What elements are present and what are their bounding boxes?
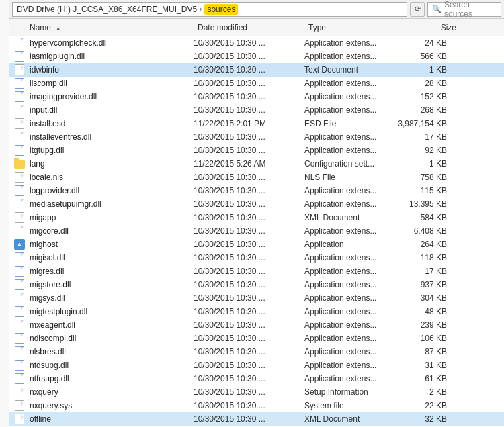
- table-row[interactable]: migapp10/30/2015 10:30 ...XML Document58…: [9, 211, 504, 224]
- table-row[interactable]: itgtupg.dll10/30/2015 10:30 ...Applicati…: [9, 144, 504, 157]
- cell-size: 566 KB: [392, 52, 452, 61]
- cell-type: XML Document: [304, 414, 392, 424]
- cell-name: migisol.dll: [30, 253, 194, 263]
- cell-type: Application extens...: [304, 361, 392, 370]
- table-row[interactable]: migres.dll10/30/2015 10:30 ...Applicatio…: [9, 265, 504, 278]
- file-icon: [13, 399, 26, 412]
- cell-date: 10/30/2015 10:30 ...: [194, 146, 304, 155]
- table-row[interactable]: logprovider.dll10/30/2015 10:30 ...Appli…: [9, 184, 504, 197]
- table-row[interactable]: migtestplugin.dll10/30/2015 10:30 ...App…: [9, 305, 504, 318]
- col-header-type[interactable]: Type: [308, 23, 396, 32]
- cell-size: 115 KB: [392, 186, 452, 195]
- file-icon: [13, 279, 26, 291]
- table-row[interactable]: imagingprovider.dll10/30/2015 10:30 ...A…: [9, 90, 504, 103]
- cell-type: Application extens...: [304, 280, 392, 289]
- address-bar[interactable]: DVD Drive (H:) J_CCSA_X86_X64FRE_MUI_DV5…: [12, 2, 407, 17]
- table-row[interactable]: lang11/22/2015 5:26 AMConfiguration sett…: [9, 157, 504, 171]
- table-row[interactable]: idwbinfo10/30/2015 10:30 ...Text Documen…: [9, 63, 504, 77]
- cell-date: 10/30/2015 10:30 ...: [194, 213, 304, 222]
- cell-date: 10/30/2015 10:30 ...: [194, 105, 304, 115]
- col-header-date[interactable]: Date modified: [198, 23, 308, 32]
- refresh-button[interactable]: ⟳: [410, 2, 425, 17]
- cell-date: 10/30/2015 10:30 ...: [194, 280, 304, 289]
- cell-size: 17 KB: [392, 132, 452, 142]
- table-row[interactable]: nlsbres.dll10/30/2015 10:30 ...Applicati…: [9, 345, 504, 359]
- file-icon: [13, 413, 26, 425]
- file-icon: [13, 77, 26, 89]
- table-row[interactable]: iiscomp.dll10/30/2015 10:30 ...Applicati…: [9, 77, 504, 90]
- table-row[interactable]: ntdsupg.dll10/30/2015 10:30 ...Applicati…: [9, 359, 504, 372]
- cell-size: 32 KB: [392, 414, 452, 424]
- table-row[interactable]: install.esd11/22/2015 2:01 PMESD File3,9…: [9, 117, 504, 130]
- cell-name: iiscomp.dll: [30, 79, 194, 88]
- cell-name: migapp: [30, 213, 194, 222]
- toolbar: DVD Drive (H:) J_CCSA_X86_X64FRE_MUI_DV5…: [9, 0, 504, 19]
- file-icon: [13, 131, 26, 143]
- file-icon: [13, 117, 26, 130]
- search-placeholder: Search sources: [444, 0, 497, 19]
- cell-date: 10/30/2015 10:30 ...: [194, 374, 304, 383]
- cell-date: 10/30/2015 10:30 ...: [194, 199, 304, 209]
- table-row[interactable]: installeventres.dll10/30/2015 10:30 ...A…: [9, 130, 504, 144]
- table-row[interactable]: Amighost10/30/2015 10:30 ...Application2…: [9, 238, 504, 251]
- cell-name: migsys.dll: [30, 293, 194, 303]
- table-row[interactable]: iasmigplugin.dll10/30/2015 10:30 ...Appl…: [9, 50, 504, 63]
- cell-date: 10/30/2015 10:30 ...: [194, 387, 304, 397]
- table-row[interactable]: migcore.dll10/30/2015 10:30 ...Applicati…: [9, 224, 504, 238]
- cell-size: 87 KB: [392, 347, 452, 357]
- table-row[interactable]: ndiscompl.dll10/30/2015 10:30 ...Applica…: [9, 332, 504, 345]
- cell-date: 10/30/2015 10:30 ...: [194, 92, 304, 101]
- cell-date: 10/30/2015 10:30 ...: [194, 186, 304, 195]
- cell-name: idwbinfo: [30, 65, 194, 75]
- cell-date: 10/30/2015 10:30 ...: [194, 307, 304, 316]
- cell-type: Application extens...: [304, 320, 392, 330]
- table-row[interactable]: migisol.dll10/30/2015 10:30 ...Applicati…: [9, 251, 504, 265]
- cell-type: Application extens...: [304, 132, 392, 142]
- cell-size: 937 KB: [392, 280, 452, 289]
- file-icon: [13, 91, 26, 103]
- search-icon: 🔍: [432, 5, 442, 13]
- cell-name: offline: [30, 414, 194, 424]
- search-box[interactable]: 🔍 Search sources: [427, 2, 501, 17]
- cell-name: logprovider.dll: [30, 186, 194, 195]
- cell-name: imagingprovider.dll: [30, 92, 194, 101]
- column-headers: Name ▲ Date modified Type Size: [9, 19, 504, 36]
- table-row[interactable]: mediasetupuimgr.dll10/30/2015 10:30 ...A…: [9, 197, 504, 211]
- col-header-size[interactable]: Size: [396, 23, 456, 32]
- table-row[interactable]: migsys.dll10/30/2015 10:30 ...Applicatio…: [9, 291, 504, 305]
- cell-type: Application extens...: [304, 199, 392, 209]
- cell-name: ntdsupg.dll: [30, 361, 194, 370]
- cell-size: 92 KB: [392, 146, 452, 155]
- file-icon: [13, 211, 26, 224]
- file-icon: [13, 225, 26, 237]
- cell-date: 10/30/2015 10:30 ...: [194, 52, 304, 61]
- cell-type: Text Document: [304, 65, 392, 75]
- table-row[interactable]: hypervcomplcheck.dll10/30/2015 10:30 ...…: [9, 36, 504, 50]
- table-row[interactable]: nxquery.sys10/30/2015 10:30 ...System fi…: [9, 399, 504, 412]
- cell-size: 61 KB: [392, 374, 452, 383]
- table-row[interactable]: input.dll10/30/2015 10:30 ...Application…: [9, 103, 504, 117]
- table-row[interactable]: locale.nls10/30/2015 10:30 ...NLS File75…: [9, 171, 504, 184]
- file-icon: [13, 305, 26, 318]
- cell-date: 10/30/2015 10:30 ...: [194, 267, 304, 276]
- cell-type: System file: [304, 401, 392, 410]
- cell-size: 152 KB: [392, 92, 452, 101]
- cell-size: 17 KB: [392, 267, 452, 276]
- cell-size: 239 KB: [392, 320, 452, 330]
- file-icon: [13, 171, 26, 183]
- cell-type: Configuration sett...: [304, 159, 392, 169]
- cell-size: 22 KB: [392, 401, 452, 410]
- cell-date: 10/30/2015 10:30 ...: [194, 253, 304, 263]
- cell-type: Application extens...: [304, 52, 392, 61]
- table-row[interactable]: ntfrsupg.dll10/30/2015 10:30 ...Applicat…: [9, 372, 504, 385]
- col-header-name[interactable]: Name ▲: [30, 23, 198, 32]
- cell-name: hypervcomplcheck.dll: [30, 38, 194, 48]
- cell-size: 13,395 KB: [392, 199, 452, 209]
- table-row[interactable]: migstore.dll10/30/2015 10:30 ...Applicat…: [9, 278, 504, 291]
- table-row[interactable]: offline10/30/2015 10:30 ...XML Document3…: [9, 412, 504, 426]
- file-icon: [13, 359, 26, 371]
- table-row[interactable]: mxeagent.dll10/30/2015 10:30 ...Applicat…: [9, 318, 504, 332]
- file-icon: [13, 37, 26, 49]
- table-row[interactable]: nxquery10/30/2015 10:30 ...Setup Informa…: [9, 385, 504, 399]
- file-icon: [13, 64, 26, 76]
